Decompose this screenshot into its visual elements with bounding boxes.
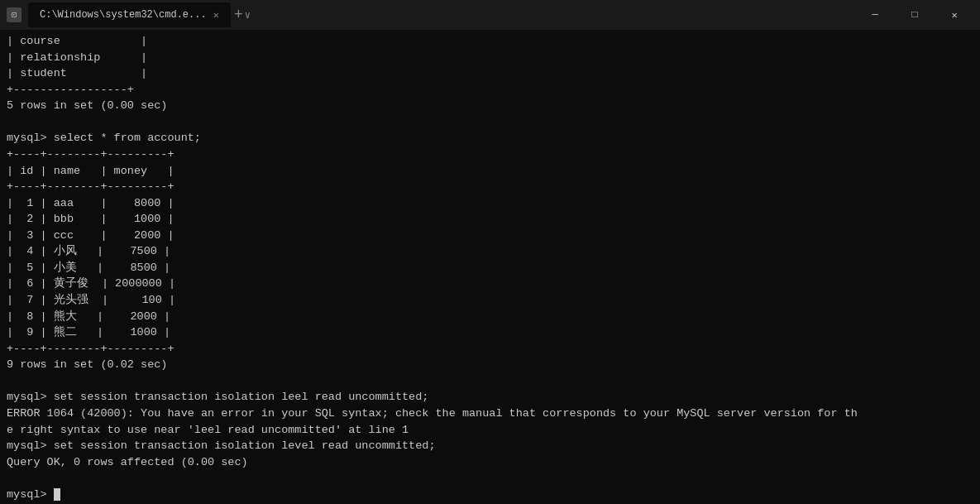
terminal-line: +----+--------+---------+ <box>7 148 174 161</box>
terminal-line: +-----------------+ <box>7 84 134 96</box>
terminal-line: mysql> <box>7 488 54 501</box>
terminal-line: | 4 | 小风 | 7500 | <box>7 245 170 257</box>
tab-dropdown-button[interactable]: ∨ <box>245 9 251 22</box>
terminal-line: | 5 | 小美 | 8500 | <box>7 262 170 274</box>
terminal-output: | course | | relationship | | student | … <box>0 30 980 504</box>
tab-label: C:\Windows\system32\cmd.e... <box>40 9 207 21</box>
terminal-line: | relationship | <box>7 51 147 64</box>
terminal-line: | 9 | 熊二 | 1000 | <box>7 326 170 338</box>
terminal-line: +----+--------+---------+ <box>7 343 174 355</box>
terminal-line: | 6 | 黄子俊 | 2000000 | <box>7 277 175 290</box>
window-controls: ─ □ ✕ <box>856 2 973 28</box>
terminal-line: mysql> set session transaction isolation… <box>7 439 435 452</box>
close-button[interactable]: ✕ <box>935 2 973 28</box>
cursor <box>54 488 60 501</box>
terminal-line: +----+--------+---------+ <box>7 180 174 193</box>
terminal-line: | 7 | 光头强 | 100 | <box>7 294 175 306</box>
terminal-line: | 8 | 熊大 | 2000 | <box>7 310 170 323</box>
terminal-line: ERROR 1064 (42000): You have an error in… <box>7 407 858 420</box>
new-tab-button[interactable]: + <box>234 7 243 23</box>
titlebar: ⊡ C:\Windows\system32\cmd.e... ✕ + ∨ ─ □… <box>0 0 980 30</box>
terminal-line: | id | name | money | <box>7 165 174 177</box>
terminal-line: 9 rows in set (0.02 sec) <box>7 358 167 371</box>
tab-area: C:\Windows\system32\cmd.e... ✕ + ∨ <box>28 2 856 27</box>
terminal-line: | 1 | aaa | 8000 | <box>7 197 174 209</box>
terminal-line: | 2 | bbb | 1000 | <box>7 213 174 225</box>
terminal-line: 5 rows in set (0.00 sec) <box>7 99 167 112</box>
terminal-line: | 3 | ccc | 2000 | <box>7 229 174 242</box>
terminal-line: e right syntax to use near 'leel read un… <box>7 424 409 436</box>
maximize-button[interactable]: □ <box>896 2 934 28</box>
tab-cmd[interactable]: C:\Windows\system32\cmd.e... ✕ <box>28 2 231 27</box>
app-icon: ⊡ <box>7 7 22 22</box>
terminal-line: | course | <box>7 35 147 47</box>
terminal-line: mysql> select * from account; <box>7 132 201 144</box>
terminal-line: mysql> set session transaction isolation… <box>7 391 428 403</box>
minimize-button[interactable]: ─ <box>856 2 894 28</box>
terminal-line: Query OK, 0 rows affected (0.00 sec) <box>7 456 248 468</box>
tab-close-button[interactable]: ✕ <box>213 9 219 22</box>
terminal-line: | student | <box>7 67 147 79</box>
